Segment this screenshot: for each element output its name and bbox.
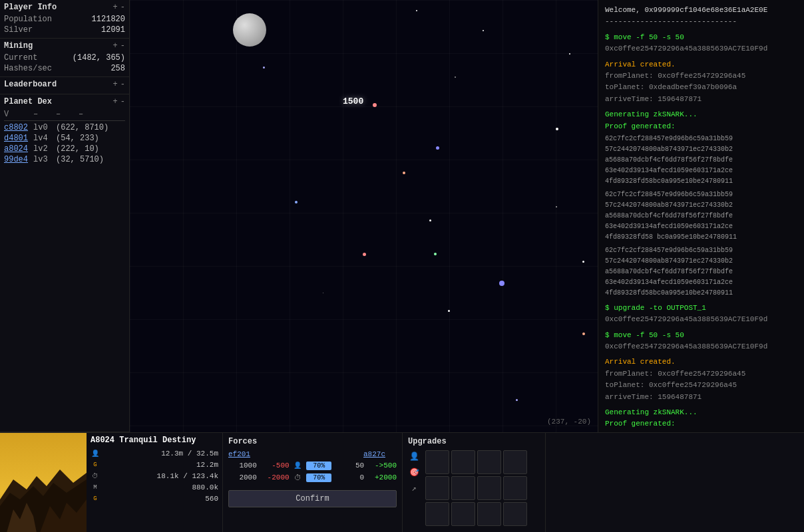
filter-d1[interactable]: – bbox=[33, 110, 53, 119]
star-2 bbox=[483, 30, 484, 31]
console-hash2-2: 57c2442074800ab8743971ec274330b2 bbox=[605, 201, 797, 210]
planet-dot-8[interactable] bbox=[434, 253, 437, 255]
console-hash2-3: a5688a70dcbf4cf6dd78f56f27f8bdfe bbox=[605, 211, 797, 221]
planet-dex-minus[interactable]: - bbox=[120, 97, 125, 106]
player-info-minus[interactable]: - bbox=[120, 3, 125, 12]
forces-from-id[interactable]: ef201 bbox=[228, 450, 262, 458]
upgrade-cell-1[interactable] bbox=[425, 450, 449, 474]
planet-row-coords: (622, 8710) bbox=[56, 123, 108, 132]
planet-dot-15[interactable] bbox=[516, 399, 518, 401]
mining-plus[interactable]: + bbox=[113, 41, 118, 51]
planet-row-level: lv3 bbox=[33, 155, 53, 164]
planet-dot-5[interactable] bbox=[295, 201, 298, 203]
planet-dot-11[interactable] bbox=[448, 310, 450, 312]
planet-dot-6[interactable] bbox=[429, 219, 431, 221]
planet-row[interactable]: 99de4 lv3 (32, 5710) bbox=[4, 154, 125, 165]
planet-dex-plus[interactable]: + bbox=[113, 97, 118, 106]
silver-value: 12091 bbox=[101, 25, 125, 35]
main-area: Player Info + - Population 1121820 Silve… bbox=[0, 0, 804, 432]
console-arrival2-time: arriveTime: 1596487871 bbox=[605, 392, 797, 402]
forces-bar2[interactable]: 70% bbox=[306, 473, 331, 482]
filter-d2[interactable]: – bbox=[56, 110, 76, 119]
planet-row-coords: (222, 10) bbox=[56, 144, 99, 154]
planet-dot-2[interactable] bbox=[436, 146, 439, 150]
confirm-button[interactable]: Confirm bbox=[228, 490, 397, 507]
g1-value: 12.2m bbox=[196, 461, 218, 469]
upgrade-cell-8[interactable] bbox=[503, 476, 527, 500]
mining-section: Mining + - Current (1482, 365) Hashes/se… bbox=[0, 39, 129, 77]
map-area[interactable]: 1500 bbox=[130, 0, 598, 432]
planet-thumbnail bbox=[0, 433, 87, 532]
upgrade-cell-2[interactable] bbox=[451, 450, 475, 474]
console-arrival1-title: Arrival created. bbox=[605, 60, 797, 70]
planet-dot-1[interactable] bbox=[373, 103, 377, 107]
large-planet[interactable] bbox=[233, 13, 266, 47]
planet-row-id[interactable]: d4801 bbox=[4, 134, 31, 143]
upgrades-icons: 👤 🎯 ↗ bbox=[408, 450, 420, 494]
leaderboard-plus[interactable]: + bbox=[113, 80, 118, 89]
planet-dot-12[interactable] bbox=[582, 332, 585, 335]
console-addr1: 0xc0ffee254729296a45a3885639AC7E10F9d bbox=[605, 44, 797, 54]
coord-label: (237, -20) bbox=[547, 418, 591, 426]
player-info-header: Player Info + - bbox=[4, 3, 125, 12]
upgrade-cell-12[interactable] bbox=[503, 502, 527, 526]
planet-row-id[interactable]: a8024 bbox=[4, 144, 31, 154]
console-arrival1-from: fromPlanet: 0xc0ffee254729296a45 bbox=[605, 71, 797, 81]
upgrade-cell-6[interactable] bbox=[451, 476, 475, 500]
planet-row-level: lv2 bbox=[33, 144, 53, 154]
current-row: Current (1482, 365) bbox=[4, 53, 125, 63]
console-move2-block: $ move -f 50 -s 50 0xc0ffee254729296a45a… bbox=[605, 331, 797, 352]
upgrade-cell-11[interactable] bbox=[477, 502, 501, 526]
upgrade-cell-9[interactable] bbox=[425, 502, 449, 526]
filter-v[interactable]: V bbox=[4, 110, 31, 119]
forces-amount-row1: 1000 -500 👤 70% 50 ->500 bbox=[228, 461, 397, 470]
g1-icon: G bbox=[91, 460, 100, 469]
upgrade-cell-7[interactable] bbox=[477, 476, 501, 500]
filter-d3[interactable]: – bbox=[79, 110, 83, 119]
mining-title: Mining bbox=[4, 41, 33, 51]
player-info-title: Player Info bbox=[4, 3, 57, 12]
sidebar: Player Info + - Population 1121820 Silve… bbox=[0, 0, 130, 432]
upgrade-cell-3[interactable] bbox=[477, 450, 501, 474]
g2-icon: G bbox=[91, 494, 100, 503]
stat-row-pop: 👤 12.3m / 32.5m bbox=[91, 449, 218, 458]
leaderboard-title: Leaderboard bbox=[4, 80, 57, 89]
planet-row[interactable]: d4801 lv4 (54, 233) bbox=[4, 133, 125, 144]
console-hash2-1: 62c7fc2cf288457e9d96b6c59a31bb59 bbox=[605, 190, 797, 200]
player-info-plus[interactable]: + bbox=[113, 3, 118, 12]
planet-row-id[interactable]: 99de4 bbox=[4, 155, 31, 164]
console-zk1-block: Generating zkSNARK... Proof generated: 6… bbox=[605, 110, 797, 298]
planet-row[interactable]: a8024 lv2 (222, 10) bbox=[4, 144, 125, 154]
planet-dot-3[interactable] bbox=[556, 128, 558, 130]
planet-dot-4[interactable] bbox=[403, 172, 405, 174]
console-hash1-1: 62c7fc2cf288457e9d96b6c59a31bb59 bbox=[605, 134, 797, 144]
energy-value: 18.1k / 123.4k bbox=[157, 472, 218, 480]
forces-bar1[interactable]: 70% bbox=[306, 462, 331, 470]
console-zk2-gen: Generating zkSNARK... bbox=[605, 408, 797, 418]
console-hash3-3: a5688a70dcbf4cf6dd78f56f27f8bdfe bbox=[605, 267, 797, 277]
planet-dex-header: Planet Dex + - bbox=[4, 97, 125, 106]
planet-dot-10[interactable] bbox=[582, 261, 584, 263]
upgrade-icon-person: 👤 bbox=[408, 450, 420, 462]
planet-row[interactable]: c8802 lv0 (622, 8710) bbox=[4, 122, 125, 133]
forces-title: Forces bbox=[228, 437, 397, 446]
planet-dot-7[interactable] bbox=[363, 253, 366, 256]
planet-row-id[interactable]: c8802 bbox=[4, 123, 31, 132]
upgrade-cell-5[interactable] bbox=[425, 476, 449, 500]
planet-title: A8024 Tranquil Destiny bbox=[91, 436, 218, 445]
planet-dot-9[interactable] bbox=[499, 281, 504, 286]
mining-minus[interactable]: - bbox=[120, 41, 125, 51]
console: Welcome, 0x999999cf1046e68e36E1aA2E0E --… bbox=[598, 0, 804, 432]
leaderboard-controls: + - bbox=[113, 80, 125, 89]
console-addr2: 0xc0ffee254729296a45a3885639AC7E10F9d bbox=[605, 342, 797, 352]
upgrade-cell-4[interactable] bbox=[503, 450, 527, 474]
upgrade-icon-target: 🎯 bbox=[408, 466, 420, 478]
forces-amount-row2: 2000 -2000 ⏱ 70% 0 +2000 bbox=[228, 473, 397, 482]
leaderboard-minus[interactable]: - bbox=[120, 80, 125, 89]
leaderboard-header: Leaderboard + - bbox=[4, 80, 125, 89]
player-info-controls: + - bbox=[113, 3, 125, 12]
console-separator: ------------------------------ bbox=[605, 17, 797, 27]
forces-to-id[interactable]: a827c bbox=[363, 450, 397, 458]
forces-clock-icon: ⏱ bbox=[294, 473, 302, 482]
upgrade-cell-10[interactable] bbox=[451, 502, 475, 526]
